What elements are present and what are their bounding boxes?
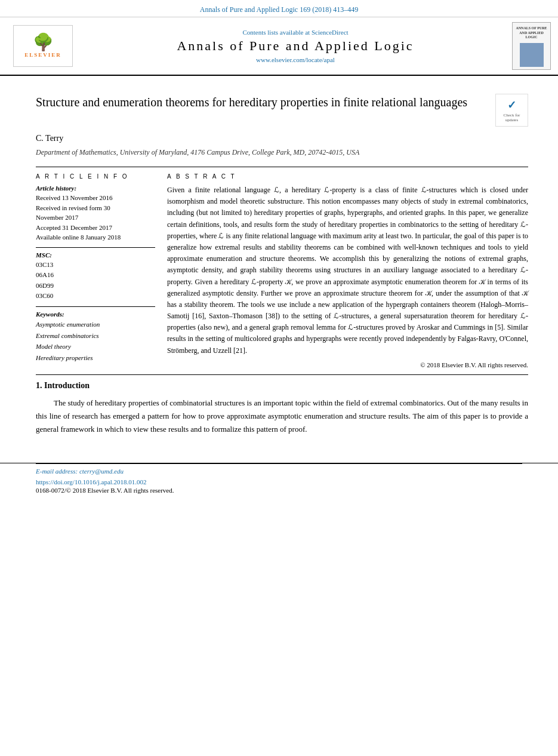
intro-label: Introduction <box>44 381 90 390</box>
msc-code-2: 06A16 <box>36 270 155 281</box>
intro-divider <box>36 374 528 375</box>
abstract-text: Given a finite relational language ℒ, a … <box>167 185 528 357</box>
abstract-copyright: © 2018 Elsevier B.V. All rights reserved… <box>167 361 528 368</box>
msc-code-4: 03C60 <box>36 291 155 302</box>
elsevier-tree-icon: 🌳 <box>33 34 54 51</box>
cover-graphic <box>520 43 544 67</box>
article-info-label: A R T I C L E I N F O <box>36 173 155 180</box>
intro-number: 1. <box>36 381 42 390</box>
keywords-list: Asymptotic enumeration Extremal combinat… <box>36 319 155 364</box>
contents-note-text: Contents lists available at <box>242 29 310 36</box>
keyword-3: Model theory <box>36 341 155 352</box>
received-date-2b: November 2017 <box>36 213 155 223</box>
article-history: Article history: Received 13 November 20… <box>36 185 155 242</box>
footer-email-line: E-mail address: cterry@umd.edu <box>36 468 522 475</box>
history-label: Article history: <box>36 185 155 192</box>
paper-title-section: Structure and enumeration theorems for h… <box>36 88 528 127</box>
accepted-date: Accepted 31 December 2017 <box>36 223 155 233</box>
crossmark-label: Check for updates <box>498 113 525 122</box>
available-date: Available online 8 January 2018 <box>36 232 155 242</box>
keywords-label: Keywords: <box>36 311 155 318</box>
keyword-2: Extremal combinatorics <box>36 330 155 342</box>
author-name: C. Terry <box>36 134 528 143</box>
footer-divider <box>36 463 522 464</box>
intro-paragraph-1: The study of hereditary properties of co… <box>36 397 528 436</box>
header-banner: 🌳 ELSEVIER Contents lists available at S… <box>0 17 558 76</box>
msc-code-1: 03C13 <box>36 260 155 271</box>
footer-doi[interactable]: https://doi.org/10.1016/j.apal.2018.01.0… <box>36 478 522 485</box>
keywords-group: Keywords: Asymptotic enumeration Extrema… <box>36 311 155 364</box>
keyword-4: Hereditary properties <box>36 352 155 364</box>
received-date-2: Received in revised form 30 <box>36 203 155 213</box>
sciencedirect-note: Contents lists available at ScienceDirec… <box>85 29 506 36</box>
elsevier-logo-box: 🌳 ELSEVIER <box>13 25 73 67</box>
section-divider <box>36 167 528 167</box>
sciencedirect-link-text[interactable]: ScienceDirect <box>312 29 349 36</box>
msc-group: MSC: 03C13 06A16 06D99 03C60 <box>36 251 155 302</box>
abstract-label: A B S T R A C T <box>167 173 528 180</box>
email-label: E-mail address: <box>36 468 78 475</box>
left-divider-2 <box>36 306 155 307</box>
page-footer: E-mail address: cterry@umd.edu https://d… <box>0 463 558 503</box>
journal-url[interactable]: www.elsevier.com/locate/apal <box>85 56 506 63</box>
cover-text: ANNALS OF PURE AND APPLIED LOGIC <box>513 25 550 41</box>
received-date-1: Received 13 November 2016 <box>36 193 155 203</box>
elsevier-logo-area: 🌳 ELSEVIER <box>7 25 79 67</box>
paper-title: Structure and enumeration theorems for h… <box>36 94 486 110</box>
article-info-column: A R T I C L E I N F O Article history: R… <box>36 173 155 368</box>
journal-title: Annals of Pure and Applied Logic <box>85 38 506 54</box>
journal-top-bar: Annals of Pure and Applied Logic 169 (20… <box>0 0 558 17</box>
keyword-1: Asymptotic enumeration <box>36 319 155 330</box>
msc-code-3: 06D99 <box>36 281 155 291</box>
header-center: Contents lists available at ScienceDirec… <box>85 29 506 63</box>
footer-issn: 0168-0072/© 2018 Elsevier B.V. All right… <box>36 487 522 494</box>
journal-cover-thumbnail: ANNALS OF PURE AND APPLIED LOGIC <box>512 22 551 70</box>
main-content: Structure and enumeration theorems for h… <box>0 76 558 454</box>
left-divider-1 <box>36 247 155 248</box>
elsevier-label: ELSEVIER <box>24 52 61 58</box>
crossmark-icon: ✓ <box>507 99 516 112</box>
journal-citation-link[interactable]: Annals of Pure and Applied Logic 169 (20… <box>200 5 358 14</box>
article-info-abstract: A R T I C L E I N F O Article history: R… <box>36 173 528 368</box>
abstract-column: A B S T R A C T Given a finite relationa… <box>167 173 528 368</box>
msc-codes: 03C13 06A16 06D99 03C60 <box>36 260 155 302</box>
introduction-section: 1. Introduction The study of hereditary … <box>36 381 528 436</box>
intro-section-title: 1. Introduction <box>36 381 528 391</box>
msc-label: MSC: <box>36 251 155 259</box>
email-address[interactable]: cterry@umd.edu <box>79 468 124 475</box>
author-affiliation: Department of Mathematics, University of… <box>36 147 528 158</box>
crossmark-badge: ✓ Check for updates <box>495 94 528 127</box>
